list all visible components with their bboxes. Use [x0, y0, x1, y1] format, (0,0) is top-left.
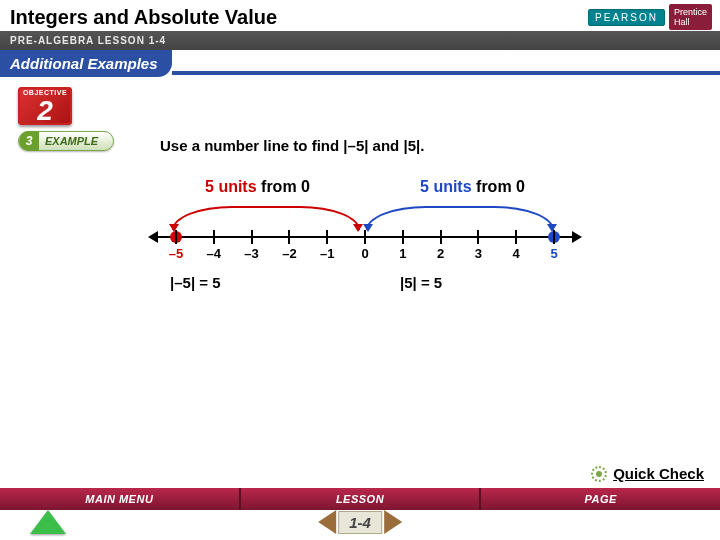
example-label: EXAMPLE — [45, 135, 98, 147]
tick — [515, 230, 517, 244]
tick-label: –3 — [244, 246, 258, 261]
quick-check-link[interactable]: Quick Check — [591, 465, 704, 482]
example-number: 3 — [19, 131, 39, 151]
tick-label: –1 — [320, 246, 334, 261]
tick — [440, 230, 442, 244]
tick-label: 3 — [475, 246, 482, 261]
footer-page-button[interactable]: PAGE — [481, 488, 720, 510]
tick-label: 4 — [513, 246, 520, 261]
tick — [364, 230, 366, 244]
quick-check-icon — [591, 466, 607, 482]
answer-neg5: |–5| = 5 — [170, 274, 400, 291]
lesson-subtitle: PRE-ALGEBRA LESSON 1-4 — [0, 31, 720, 50]
tick-label: –2 — [282, 246, 296, 261]
footer-lesson-button[interactable]: LESSON — [241, 488, 482, 510]
prev-page-button[interactable] — [318, 510, 336, 534]
objective-number: 2 — [18, 95, 72, 127]
additional-examples-badge: Additional Examples — [0, 50, 172, 77]
number-line-diagram: 5 units from 0 5 units from 0 –5–4–3–2–1… — [150, 178, 580, 252]
home-arrow-icon[interactable] — [30, 510, 66, 534]
rule-line — [172, 71, 720, 75]
publisher-brand: PEARSON PrenticeHall — [588, 4, 712, 30]
tick — [326, 230, 328, 244]
tick — [553, 230, 555, 244]
answer-pos5: |5| = 5 — [400, 274, 442, 291]
answers-row: |–5| = 5 |5| = 5 — [170, 274, 700, 291]
tick-label: 5 — [550, 246, 557, 261]
tick — [251, 230, 253, 244]
example-badge: 3 EXAMPLE — [18, 131, 114, 151]
tick-label: –4 — [207, 246, 221, 261]
example-prompt: Use a number line to find |–5| and |5|. — [160, 137, 700, 154]
tick — [213, 230, 215, 244]
left-arc — [172, 206, 360, 230]
tick — [402, 230, 404, 244]
objective-badge: OBJECTIVE 2 — [18, 87, 72, 125]
tick — [175, 230, 177, 244]
right-arc — [366, 206, 554, 230]
tick — [477, 230, 479, 244]
tick-label: 0 — [361, 246, 368, 261]
next-page-button[interactable] — [384, 510, 402, 534]
tick — [288, 230, 290, 244]
quick-check-label: Quick Check — [613, 465, 704, 482]
tick-label: 2 — [437, 246, 444, 261]
tick-label: 1 — [399, 246, 406, 261]
footer-main-menu-button[interactable]: MAIN MENU — [0, 488, 241, 510]
tick-label: –5 — [169, 246, 183, 261]
prentice-hall-logo: PrenticeHall — [669, 4, 712, 30]
pearson-logo: PEARSON — [588, 9, 665, 26]
page-indicator: 1-4 — [338, 511, 382, 534]
